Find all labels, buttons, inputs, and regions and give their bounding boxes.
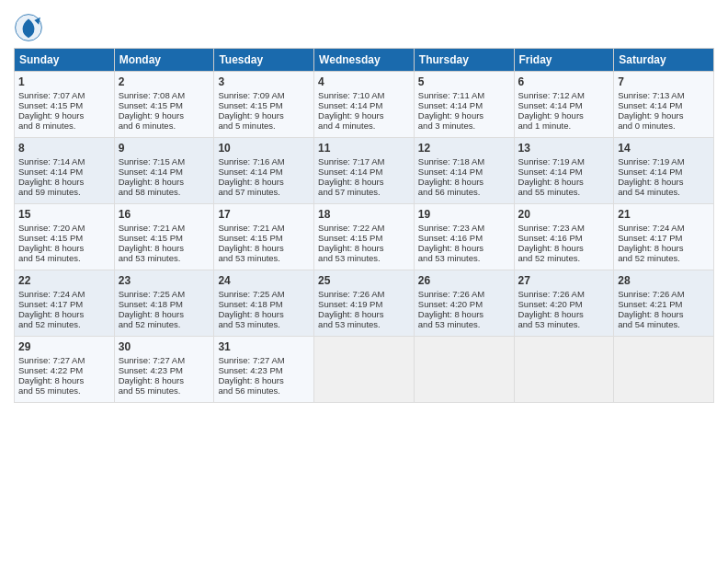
day-number: 31 bbox=[218, 340, 310, 353]
day-info: and 53 minutes. bbox=[119, 253, 210, 263]
calendar-cell: 25Sunrise: 7:26 AMSunset: 4:19 PMDayligh… bbox=[314, 270, 415, 337]
day-number: 16 bbox=[119, 208, 210, 221]
day-info: Daylight: 8 hours bbox=[318, 309, 410, 319]
day-info: Sunrise: 7:07 AM bbox=[18, 90, 110, 100]
day-info: Sunset: 4:14 PM bbox=[318, 167, 410, 177]
day-info: Sunset: 4:22 PM bbox=[18, 365, 110, 375]
day-info: Sunrise: 7:09 AM bbox=[218, 90, 310, 100]
day-info: and 8 minutes. bbox=[18, 121, 110, 131]
day-info: and 52 minutes. bbox=[119, 319, 210, 329]
day-number: 15 bbox=[18, 208, 110, 221]
day-number: 23 bbox=[119, 274, 210, 287]
day-info: Sunset: 4:14 PM bbox=[318, 100, 410, 110]
day-info: Sunset: 4:16 PM bbox=[518, 233, 610, 243]
day-info: and 57 minutes. bbox=[318, 187, 410, 197]
day-info: Sunrise: 7:21 AM bbox=[119, 223, 210, 233]
calendar-cell: 10Sunrise: 7:16 AMSunset: 4:14 PMDayligh… bbox=[214, 138, 314, 204]
day-info: Daylight: 8 hours bbox=[318, 243, 410, 253]
calendar-cell: 26Sunrise: 7:26 AMSunset: 4:20 PMDayligh… bbox=[414, 270, 514, 337]
day-info: Sunrise: 7:10 AM bbox=[318, 90, 410, 100]
day-info: and 54 minutes. bbox=[618, 187, 710, 197]
day-number: 14 bbox=[618, 142, 710, 155]
day-info: Sunrise: 7:27 AM bbox=[18, 355, 110, 365]
day-info: Sunset: 4:15 PM bbox=[119, 100, 210, 110]
calendar-cell: 17Sunrise: 7:21 AMSunset: 4:15 PMDayligh… bbox=[214, 204, 314, 270]
calendar-table: SundayMondayTuesdayWednesdayThursdayFrid… bbox=[14, 48, 714, 403]
calendar-cell: 2Sunrise: 7:08 AMSunset: 4:15 PMDaylight… bbox=[114, 72, 214, 138]
day-info: Sunrise: 7:19 AM bbox=[618, 156, 710, 167]
day-info: and 52 minutes. bbox=[518, 253, 610, 263]
day-info: and 55 minutes. bbox=[518, 187, 610, 197]
day-info: and 56 minutes. bbox=[418, 187, 510, 197]
day-info: Daylight: 8 hours bbox=[418, 309, 510, 319]
day-number: 27 bbox=[518, 274, 610, 287]
day-number: 11 bbox=[318, 142, 410, 155]
calendar-cell: 29Sunrise: 7:27 AMSunset: 4:22 PMDayligh… bbox=[15, 337, 115, 403]
day-number: 12 bbox=[418, 142, 510, 155]
calendar-cell: 28Sunrise: 7:26 AMSunset: 4:21 PMDayligh… bbox=[614, 270, 714, 337]
day-info: Sunrise: 7:15 AM bbox=[119, 156, 210, 167]
day-info: Sunset: 4:15 PM bbox=[318, 233, 410, 243]
day-info: Sunrise: 7:12 AM bbox=[518, 90, 610, 100]
day-info: Daylight: 8 hours bbox=[119, 375, 210, 385]
day-info: Daylight: 8 hours bbox=[218, 177, 310, 187]
day-info: Daylight: 9 hours bbox=[318, 110, 410, 121]
logo-icon bbox=[14, 13, 43, 42]
day-info: Sunset: 4:14 PM bbox=[18, 167, 110, 177]
day-info: Sunset: 4:15 PM bbox=[18, 233, 110, 243]
week-row-5: 29Sunrise: 7:27 AMSunset: 4:22 PMDayligh… bbox=[15, 337, 714, 403]
calendar-cell: 15Sunrise: 7:20 AMSunset: 4:15 PMDayligh… bbox=[15, 204, 115, 270]
header-friday: Friday bbox=[514, 49, 614, 72]
day-info: and 53 minutes. bbox=[518, 319, 610, 329]
day-info: Sunrise: 7:26 AM bbox=[618, 289, 710, 299]
day-info: Sunrise: 7:20 AM bbox=[18, 223, 110, 233]
calendar-cell: 3Sunrise: 7:09 AMSunset: 4:15 PMDaylight… bbox=[214, 72, 314, 138]
day-number: 30 bbox=[119, 340, 210, 353]
day-info: and 53 minutes. bbox=[418, 319, 510, 329]
day-number: 13 bbox=[518, 142, 610, 155]
day-info: Sunset: 4:19 PM bbox=[318, 299, 410, 309]
header-wednesday: Wednesday bbox=[314, 49, 415, 72]
day-number: 8 bbox=[18, 142, 110, 155]
day-info: and 53 minutes. bbox=[218, 319, 310, 329]
calendar-body: 1Sunrise: 7:07 AMSunset: 4:15 PMDaylight… bbox=[15, 72, 714, 403]
day-info: and 53 minutes. bbox=[318, 319, 410, 329]
day-number: 2 bbox=[119, 75, 210, 88]
logo bbox=[14, 13, 47, 42]
day-number: 17 bbox=[218, 208, 310, 221]
day-info: Sunrise: 7:24 AM bbox=[18, 289, 110, 299]
day-info: Daylight: 8 hours bbox=[518, 243, 610, 253]
day-info: Daylight: 8 hours bbox=[18, 309, 110, 319]
day-info: Sunset: 4:14 PM bbox=[518, 100, 610, 110]
day-info: Daylight: 8 hours bbox=[418, 177, 510, 187]
calendar-cell: 5Sunrise: 7:11 AMSunset: 4:14 PMDaylight… bbox=[414, 72, 514, 138]
day-info: Sunset: 4:21 PM bbox=[618, 299, 710, 309]
day-info: and 59 minutes. bbox=[18, 187, 110, 197]
calendar-cell: 16Sunrise: 7:21 AMSunset: 4:15 PMDayligh… bbox=[114, 204, 214, 270]
calendar-cell: 9Sunrise: 7:15 AMSunset: 4:14 PMDaylight… bbox=[114, 138, 214, 204]
day-info: and 0 minutes. bbox=[618, 121, 710, 131]
day-info: Sunset: 4:15 PM bbox=[18, 100, 110, 110]
day-info: Sunset: 4:17 PM bbox=[18, 299, 110, 309]
day-info: and 52 minutes. bbox=[618, 253, 710, 263]
day-info: Sunset: 4:20 PM bbox=[518, 299, 610, 309]
day-info: Daylight: 8 hours bbox=[318, 177, 410, 187]
calendar-cell: 8Sunrise: 7:14 AMSunset: 4:14 PMDaylight… bbox=[15, 138, 115, 204]
week-row-4: 22Sunrise: 7:24 AMSunset: 4:17 PMDayligh… bbox=[15, 270, 714, 337]
day-info: Sunset: 4:15 PM bbox=[218, 233, 310, 243]
day-info: Sunset: 4:14 PM bbox=[119, 167, 210, 177]
day-info: Daylight: 9 hours bbox=[518, 110, 610, 121]
day-number: 26 bbox=[418, 274, 510, 287]
calendar-cell: 4Sunrise: 7:10 AMSunset: 4:14 PMDaylight… bbox=[314, 72, 415, 138]
day-info: Daylight: 8 hours bbox=[18, 375, 110, 385]
day-info: Sunset: 4:15 PM bbox=[218, 100, 310, 110]
day-number: 5 bbox=[418, 75, 510, 88]
day-number: 24 bbox=[218, 274, 310, 287]
day-info: Daylight: 8 hours bbox=[618, 177, 710, 187]
day-info: Sunrise: 7:24 AM bbox=[618, 223, 710, 233]
day-info: and 1 minute. bbox=[518, 121, 610, 131]
day-info: Daylight: 8 hours bbox=[218, 375, 310, 385]
day-info: and 53 minutes. bbox=[218, 253, 310, 263]
day-info: Daylight: 8 hours bbox=[618, 243, 710, 253]
day-info: Sunset: 4:14 PM bbox=[218, 167, 310, 177]
